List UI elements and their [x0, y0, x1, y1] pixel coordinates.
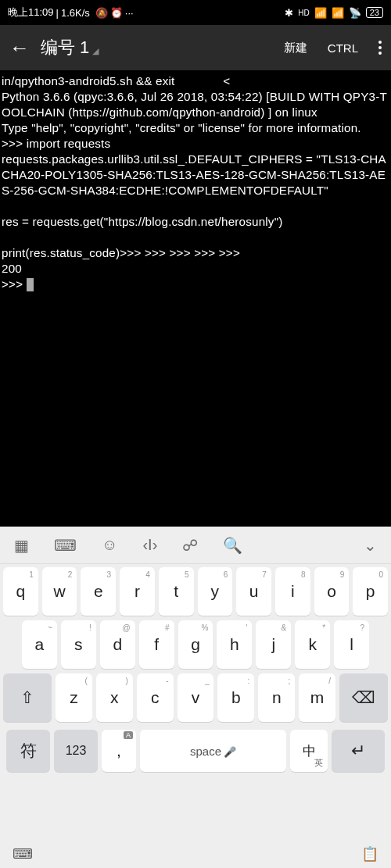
key-w[interactable]: 2w	[42, 567, 77, 616]
emoji-icon[interactable]: ☺	[102, 536, 117, 554]
key-g[interactable]: %g	[178, 620, 213, 669]
key-d[interactable]: @d	[100, 620, 135, 669]
key-a[interactable]: ~a	[22, 620, 57, 669]
keyboard-row-4: 符 123 A , space🎤 中 英 ↵	[3, 727, 388, 775]
wifi-icon: 📡	[349, 7, 361, 19]
symbol-key[interactable]: 符	[6, 730, 50, 772]
key-z[interactable]: (z	[56, 673, 92, 722]
mute-icon: 🔕	[95, 7, 108, 19]
soft-keyboard: ▦ ⌨ ☺ ‹I› ☍ 🔍 ⌄ 1q2w3e4r5t6y7u8i9o0p ~a!…	[0, 527, 391, 868]
link-icon[interactable]: ☍	[182, 536, 198, 555]
back-arrow-icon[interactable]: ←	[9, 36, 30, 60]
key-e[interactable]: 3e	[81, 567, 116, 616]
battery-indicator: 23	[366, 7, 383, 18]
status-bar: 晚上11:09 | 1.6K/s 🔕 ⏰ ··· ✱ HD 📶 📶 📡 23	[0, 0, 391, 25]
key-v[interactable]: _v	[178, 673, 214, 722]
keyboard-switch-icon[interactable]: ⌨	[13, 845, 33, 863]
signal-icon: 📶	[314, 7, 327, 19]
key-x[interactable]: )x	[96, 673, 133, 722]
code-icon[interactable]: ‹I›	[142, 536, 157, 554]
network-speed: 1.6K/s	[61, 7, 90, 19]
more-status-icon: ···	[125, 7, 134, 19]
new-button[interactable]: 新建	[284, 41, 307, 55]
key-n[interactable]: ;n	[258, 673, 295, 722]
ctrl-button[interactable]: CTRL	[328, 41, 358, 55]
key-h[interactable]: 'h	[217, 620, 252, 669]
keyboard-row-3: ⇧ (z)x-c_v:b;n/m ⌫	[3, 673, 388, 722]
app-title-dropdown[interactable]: 编号 1 ◢	[41, 36, 284, 59]
space-key[interactable]: space🎤	[140, 730, 286, 772]
key-u[interactable]: 7u	[236, 567, 271, 616]
key-c[interactable]: -c	[137, 673, 174, 722]
dropdown-triangle-icon: ◢	[92, 46, 99, 56]
keyboard-row-1: 1q2w3e4r5t6y7u8i9o0p	[3, 567, 388, 616]
key-p[interactable]: 0p	[353, 567, 388, 616]
search-icon[interactable]: 🔍	[223, 536, 242, 555]
clipboard-icon[interactable]: 📋	[361, 845, 378, 863]
shift-key[interactable]: ⇧	[3, 673, 52, 722]
numeric-key[interactable]: 123	[54, 730, 98, 772]
hd-icon: HD	[298, 9, 309, 17]
key-j[interactable]: &j	[256, 620, 291, 669]
bluetooth-icon: ✱	[285, 7, 293, 19]
mic-icon: 🎤	[224, 746, 236, 758]
key-m[interactable]: /m	[299, 673, 335, 722]
collapse-icon[interactable]: ⌄	[364, 536, 377, 555]
keyboard-toolbar: ▦ ⌨ ☺ ‹I› ☍ 🔍 ⌄	[0, 527, 391, 564]
terminal-cursor	[27, 278, 34, 291]
key-o[interactable]: 9o	[314, 567, 350, 616]
signal-icon-2: 📶	[332, 7, 344, 19]
key-y[interactable]: 6y	[198, 567, 233, 616]
key-q[interactable]: 1q	[3, 567, 38, 616]
key-f[interactable]: #f	[139, 620, 174, 669]
key-i[interactable]: 8i	[275, 567, 310, 616]
lang-key[interactable]: 中 英	[290, 730, 328, 772]
keyboard-layout-icon[interactable]: ⌨	[54, 536, 77, 555]
key-s[interactable]: !s	[61, 620, 96, 669]
comma-key[interactable]: A ,	[102, 730, 136, 772]
backspace-key[interactable]: ⌫	[339, 673, 388, 722]
status-time: 晚上11:09	[8, 5, 54, 20]
keyboard-row-2: ~a!s@d#f%g'h&j*k?l	[3, 620, 388, 669]
key-t[interactable]: 5t	[159, 567, 194, 616]
more-menu-icon[interactable]	[378, 41, 382, 55]
key-l[interactable]: ?l	[334, 620, 369, 669]
a-badge-icon: A	[124, 731, 133, 739]
app-toolbar: ← 编号 1 ◢ 新建 CTRL	[0, 25, 391, 70]
key-k[interactable]: *k	[295, 620, 330, 669]
key-r[interactable]: 4r	[120, 567, 155, 616]
grid-icon[interactable]: ▦	[14, 536, 29, 555]
terminal-output[interactable]: in/qpython3-android5.sh && exit < Python…	[0, 70, 391, 527]
key-b[interactable]: :b	[217, 673, 254, 722]
keyboard-footer: ⌨ 📋	[0, 840, 391, 868]
enter-key[interactable]: ↵	[332, 730, 385, 772]
alarm-icon: ⏰	[110, 7, 123, 19]
